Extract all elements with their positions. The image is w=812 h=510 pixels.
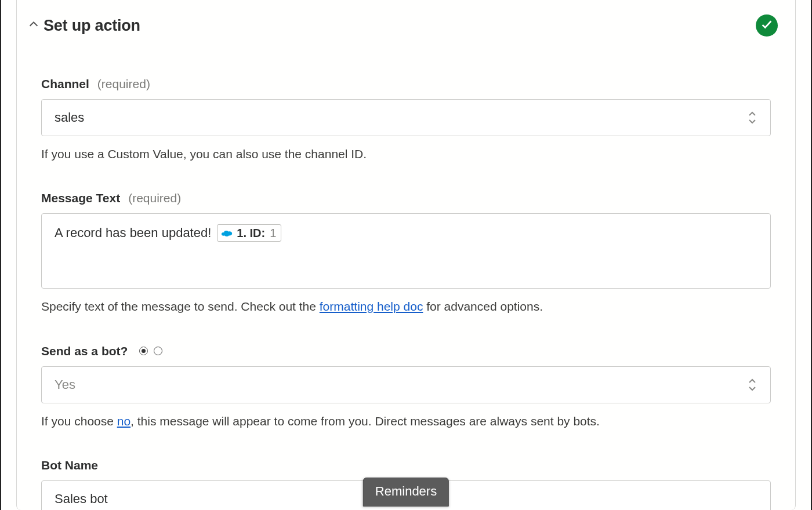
label-row: Send as a bot?: [41, 344, 771, 358]
app-frame: Set up action Channel (required) sales: [0, 0, 812, 510]
channel-select-value: sales: [55, 110, 84, 125]
label-row: Channel (required): [41, 77, 771, 91]
check-icon: [760, 18, 773, 33]
required-tag: (required): [97, 77, 150, 91]
svg-point-3: [225, 234, 229, 237]
hint-text: If you choose: [41, 414, 117, 428]
radio-option-1[interactable]: [139, 347, 148, 355]
channel-select[interactable]: sales: [41, 99, 771, 136]
form-body: Channel (required) sales If you use a Cu…: [17, 37, 795, 510]
message-text-input[interactable]: A record has been updated!: [41, 213, 771, 289]
bot-name-label: Bot Name: [41, 458, 98, 472]
field-send-as-bot: Send as a bot? Yes If you choose no, thi…: [41, 344, 771, 429]
message-text-label: Message Text: [41, 191, 120, 205]
formatting-help-link[interactable]: formatting help doc: [320, 300, 423, 313]
select-arrows-icon: [748, 110, 760, 126]
send-as-bot-value: Yes: [55, 377, 75, 392]
no-link[interactable]: no: [117, 414, 130, 428]
radio-pair: [139, 347, 162, 355]
hint-text: , this message will appear to come from …: [130, 414, 600, 428]
reminders-popup[interactable]: Reminders: [363, 478, 449, 507]
radio-option-2[interactable]: [154, 347, 162, 355]
salesforce-icon: [220, 228, 233, 238]
field-message-text: Message Text (required) A record has bee…: [41, 191, 771, 315]
mapped-field-pill[interactable]: 1. ID: 1: [217, 224, 281, 242]
select-arrows-icon: [748, 377, 760, 393]
required-tag: (required): [128, 191, 181, 205]
send-as-bot-hint: If you choose no, this message will appe…: [41, 413, 771, 429]
section-title: Set up action: [44, 17, 140, 35]
message-text-hint: Specify text of the message to send. Che…: [41, 298, 771, 315]
hint-text: Specify text of the message to send. Che…: [41, 300, 320, 313]
collapse-toggle[interactable]: [24, 16, 44, 35]
action-card: Set up action Channel (required) sales: [16, 0, 796, 510]
channel-label: Channel: [41, 77, 89, 91]
pill-label: 1. ID:: [237, 227, 265, 240]
pill-value: 1: [270, 227, 276, 240]
message-text-content: A record has been updated!: [55, 224, 211, 242]
chevron-up-icon: [27, 18, 40, 33]
hint-text: for advanced options.: [423, 300, 543, 313]
send-as-bot-label: Send as a bot?: [41, 344, 128, 358]
channel-hint: If you use a Custom Value, you can also …: [41, 145, 771, 162]
field-channel: Channel (required) sales If you use a Cu…: [41, 77, 771, 162]
label-row: Message Text (required): [41, 191, 771, 205]
send-as-bot-select[interactable]: Yes: [41, 366, 771, 403]
status-complete-badge: [756, 14, 778, 37]
section-header: Set up action: [17, 0, 795, 37]
label-row: Bot Name: [41, 458, 771, 472]
